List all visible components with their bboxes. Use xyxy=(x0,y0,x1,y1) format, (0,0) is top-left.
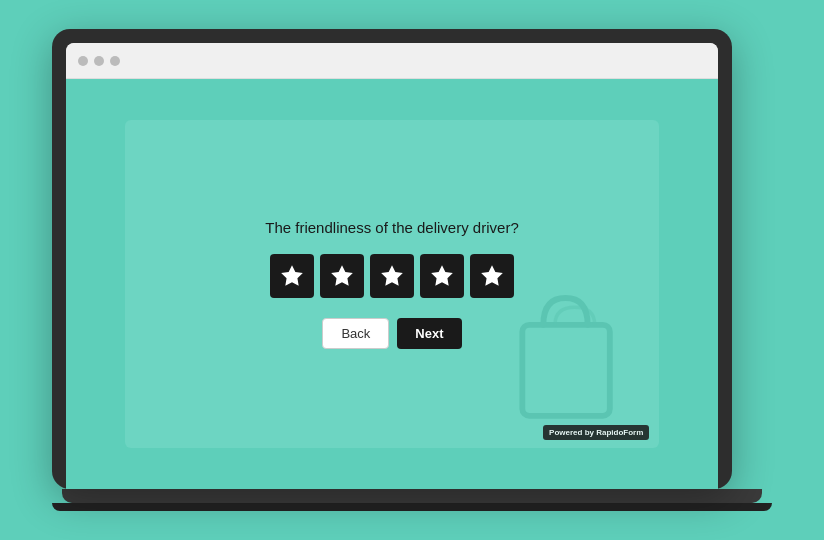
laptop-outer: The friendliness of the delivery driver? xyxy=(52,29,732,489)
stars-row[interactable] xyxy=(270,254,514,298)
laptop-screen: The friendliness of the delivery driver? xyxy=(66,43,718,489)
star-icon-2 xyxy=(329,263,355,289)
star-2[interactable] xyxy=(320,254,364,298)
svg-rect-0 xyxy=(523,325,611,416)
browser-dots xyxy=(78,56,120,66)
svg-marker-2 xyxy=(331,265,353,286)
star-4[interactable] xyxy=(420,254,464,298)
bag-icon xyxy=(509,284,629,424)
svg-marker-4 xyxy=(431,265,453,286)
laptop-base xyxy=(62,489,762,503)
browser-content: The friendliness of the delivery driver? xyxy=(66,79,718,489)
star-1[interactable] xyxy=(270,254,314,298)
laptop-container: The friendliness of the delivery driver? xyxy=(52,29,772,511)
dot-red xyxy=(78,56,88,66)
dot-green xyxy=(110,56,120,66)
laptop-base-shadow xyxy=(52,503,772,511)
svg-marker-5 xyxy=(481,265,503,286)
star-icon-3 xyxy=(379,263,405,289)
star-icon-1 xyxy=(279,263,305,289)
powered-by-badge: Powered by RapidoForm xyxy=(543,425,649,440)
next-button[interactable]: Next xyxy=(397,318,461,349)
back-button[interactable]: Back xyxy=(322,318,389,349)
button-row: Back Next xyxy=(322,318,461,349)
bag-decoration xyxy=(509,284,629,428)
svg-marker-3 xyxy=(381,265,403,286)
svg-marker-1 xyxy=(281,265,303,286)
star-5[interactable] xyxy=(470,254,514,298)
star-icon-5 xyxy=(479,263,505,289)
dot-yellow xyxy=(94,56,104,66)
powered-by-text: Powered by xyxy=(549,428,596,437)
question-text: The friendliness of the delivery driver? xyxy=(265,219,518,236)
star-3[interactable] xyxy=(370,254,414,298)
survey-panel: The friendliness of the delivery driver? xyxy=(125,120,660,448)
powered-by-brand: RapidoForm xyxy=(596,428,643,437)
browser-bar xyxy=(66,43,718,79)
star-icon-4 xyxy=(429,263,455,289)
